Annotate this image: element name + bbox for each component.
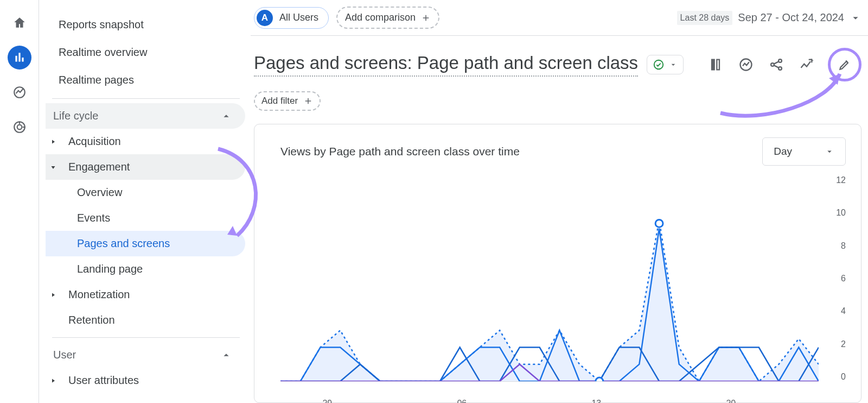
date-range-label: Last 28 days — [677, 11, 733, 25]
customize-report-button[interactable] — [828, 48, 861, 81]
home-icon[interactable] — [8, 11, 31, 35]
sidebar-item-monetization[interactable]: Monetization — [46, 282, 245, 307]
chevron-up-icon — [220, 349, 232, 361]
sidebar-item-label: Acquisition — [68, 135, 121, 148]
main-content: A All Users Add comparison Last 28 days … — [251, 0, 868, 403]
reports-icon[interactable] — [8, 46, 31, 70]
sidebar-section-label: Life cycle — [53, 110, 98, 122]
sidebar-item-label: User attributes — [68, 374, 139, 387]
plus-icon — [303, 96, 313, 106]
sidebar-section-life-cycle[interactable]: Life cycle — [46, 103, 245, 129]
sidebar-item-acquisition[interactable]: Acquisition — [46, 129, 245, 154]
report-action-toolbar — [706, 48, 861, 81]
segment-chip-label: All Users — [279, 12, 318, 23]
collapse-arrow-icon — [48, 164, 59, 171]
sidebar-item-label: Monetization — [68, 288, 130, 301]
expand-arrow-icon — [48, 292, 59, 298]
comparison-topbar: A All Users Add comparison Last 28 days … — [251, 0, 868, 36]
date-range-value: Sep 27 - Oct 24, 2024 — [738, 11, 844, 24]
chart-card: Views by Page path and screen class over… — [254, 124, 861, 403]
expand-arrow-icon — [48, 377, 59, 384]
sidebar-sub-overview[interactable]: Overview — [46, 180, 245, 205]
sidebar-item-engagement[interactable]: Engagement — [46, 154, 245, 180]
segment-letter-icon: A — [257, 10, 273, 26]
svg-point-2 — [17, 125, 22, 130]
check-circle-icon — [653, 59, 665, 71]
chart-title: Views by Page path and screen class over… — [280, 145, 520, 158]
share-icon[interactable] — [767, 55, 786, 74]
sidebar-section-user[interactable]: User — [46, 342, 245, 368]
insights-icon[interactable] — [737, 55, 755, 74]
sidebar-item-retention[interactable]: Retention — [46, 307, 245, 333]
sidebar-sub-pages-and-screens[interactable]: Pages and screens — [46, 231, 245, 256]
y-axis-ticks: 121086420 — [824, 175, 846, 382]
plus-icon — [421, 13, 431, 23]
chevron-down-icon — [669, 60, 678, 69]
sidebar-item-label: Retention — [68, 314, 115, 326]
chart-plot[interactable] — [280, 178, 819, 382]
chart-area: 121086420 29Sep06Oct1320 — [280, 175, 846, 397]
chevron-down-icon — [825, 147, 834, 156]
svg-point-9 — [655, 219, 663, 227]
granularity-value: Day — [774, 146, 792, 158]
chevron-down-icon — [850, 12, 861, 24]
sidebar-item-realtime-overview[interactable]: Realtime overview — [46, 39, 251, 66]
chevron-up-icon — [220, 110, 232, 122]
sidebar-item-realtime-pages[interactable]: Realtime pages — [46, 66, 251, 94]
sidebar-item-label: Engagement — [68, 161, 130, 173]
svg-point-3 — [654, 60, 663, 70]
left-icon-rail — [0, 0, 39, 403]
data-quality-status-button[interactable] — [647, 55, 684, 74]
sidebar-item-reports-snapshot[interactable]: Reports snapshot — [46, 11, 251, 39]
advertising-icon[interactable] — [8, 115, 31, 139]
date-range-picker[interactable]: Last 28 days Sep 27 - Oct 24, 2024 — [677, 11, 861, 25]
sidebar-sub-landing-page[interactable]: Landing page — [46, 256, 245, 282]
explore-icon[interactable] — [8, 80, 31, 104]
segment-chip-all-users[interactable]: A All Users — [254, 7, 329, 29]
report-title-row: Pages and screens: Page path and screen … — [251, 36, 868, 86]
report-sidebar: Reports snapshot Realtime overview Realt… — [39, 0, 251, 403]
sidebar-sub-events[interactable]: Events — [46, 205, 245, 231]
page-title[interactable]: Pages and screens: Page path and screen … — [254, 53, 638, 77]
sidebar-item-user-attributes[interactable]: User attributes — [46, 368, 245, 393]
add-comparison-button[interactable]: Add comparison — [336, 7, 439, 29]
add-filter-label: Add filter — [261, 96, 298, 106]
add-filter-button[interactable]: Add filter — [254, 91, 321, 111]
svg-point-8 — [596, 377, 603, 381]
compare-icon[interactable] — [706, 55, 725, 74]
granularity-select[interactable]: Day — [762, 137, 846, 166]
sidebar-section-label: User — [53, 349, 76, 361]
expand-arrow-icon — [48, 138, 59, 145]
add-comparison-label: Add comparison — [345, 12, 416, 23]
trend-icon[interactable] — [797, 55, 816, 74]
